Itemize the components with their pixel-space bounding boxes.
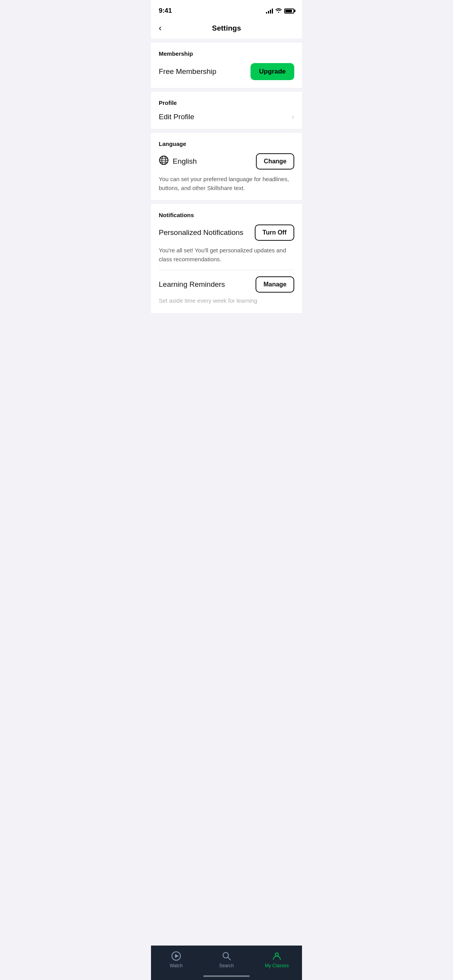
manage-button[interactable]: Manage [256,276,294,293]
header: ‹ Settings [151,19,302,39]
signal-icon [266,8,273,14]
personalized-notifications-row: Personalized Notifications Turn Off [159,224,294,241]
notifications-section: Notifications Personalized Notifications… [151,204,302,313]
status-time: 9:41 [159,7,172,15]
language-left: English [159,155,197,168]
back-button[interactable]: ‹ [159,24,161,33]
language-row: English Change [159,153,294,170]
globe-icon [159,155,169,168]
reminders-description: Set aside time every week for learning [159,296,294,305]
edit-profile-row[interactable]: Edit Profile › [159,112,294,121]
language-section-label: Language [159,140,294,147]
personalized-notifications-text: Personalized Notifications [159,228,244,237]
language-description: You can set your preferred language for … [159,175,294,192]
turn-off-button[interactable]: Turn Off [255,224,294,241]
section-divider [159,270,294,270]
profile-section: Profile Edit Profile › [151,92,302,129]
edit-profile-text: Edit Profile [159,113,194,121]
membership-section: Membership Free Membership Upgrade [151,43,302,88]
change-language-button[interactable]: Change [256,153,294,170]
upgrade-button[interactable]: Upgrade [251,63,294,80]
notifications-section-label: Notifications [159,212,294,218]
learning-reminders-text: Learning Reminders [159,280,225,289]
membership-row: Free Membership Upgrade [159,63,294,80]
status-bar: 9:41 [151,0,302,19]
personalized-notifications-desc: You're all set! You'll get personalized … [159,246,294,264]
status-icons [266,8,294,14]
membership-section-label: Membership [159,50,294,57]
battery-icon [284,9,294,14]
language-section: Language English Change You can set your… [151,133,302,200]
profile-section-label: Profile [159,99,294,106]
learning-reminders-row: Learning Reminders Manage [159,276,294,293]
chevron-right-icon: › [292,112,294,121]
membership-plan-text: Free Membership [159,67,216,76]
page-title: Settings [212,24,241,33]
wifi-icon [275,8,282,14]
language-name: English [173,157,197,166]
